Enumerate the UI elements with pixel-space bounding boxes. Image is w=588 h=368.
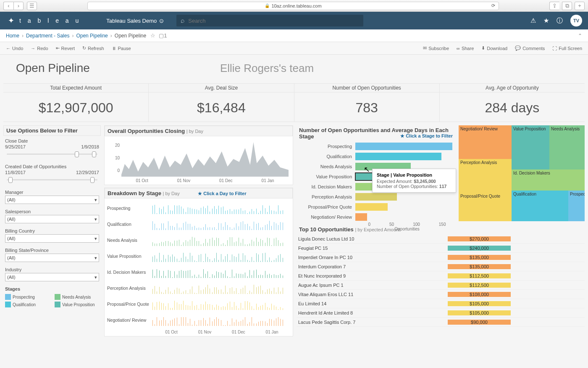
filter-close-date: Close Date 9/25/20171/9/2018 bbox=[3, 136, 101, 161]
url-text: 10az.online.tableau.com bbox=[271, 3, 321, 8]
new-tab-button[interactable]: + bbox=[575, 2, 585, 10]
top10-row[interactable]: Augue Ac Ipsum PC 1$112,500 bbox=[297, 281, 585, 290]
salesperson-dropdown[interactable]: (All)▾ bbox=[5, 215, 99, 223]
views-icon[interactable]: ▢1 bbox=[159, 32, 167, 39]
breakdown-row[interactable]: Qualification bbox=[107, 216, 290, 232]
tooltip: Stage | Value Proposition Expected Amoun… bbox=[372, 169, 456, 193]
fullscreen-button[interactable]: ⛶Full Screen bbox=[552, 45, 582, 51]
subscribe-button[interactable]: ✉Subscribe bbox=[423, 45, 449, 51]
treemap-cell[interactable]: Perception Analysis bbox=[459, 159, 512, 193]
industry-dropdown[interactable]: (All)▾ bbox=[5, 273, 99, 281]
top10-row[interactable]: Ligula Donec Luctus Ltd 10$270,000 bbox=[297, 234, 585, 244]
top10-row[interactable]: Feugiat PC 15$240,000 bbox=[297, 244, 585, 253]
kpi-card[interactable]: Number of Open Opportunities783 bbox=[294, 83, 440, 122]
breadcrumb-home[interactable]: Home bbox=[6, 33, 19, 39]
tabs-button[interactable]: ⧉ bbox=[562, 2, 572, 10]
search-icon: ⌕ bbox=[181, 17, 185, 24]
dashboard-title: Open Pipeline bbox=[16, 61, 90, 75]
treemap-cell[interactable]: Id. Decision Makers bbox=[512, 169, 585, 191]
sidebar-toggle[interactable]: ☰ bbox=[27, 2, 37, 10]
download-button[interactable]: ⬇Download bbox=[481, 45, 507, 51]
stage-bar[interactable]: Prospecting bbox=[297, 141, 455, 151]
stage-bar[interactable]: Negotiation/ Review bbox=[297, 212, 455, 222]
breadcrumb: Home › Department - Sales › Open Pipelin… bbox=[0, 29, 588, 42]
alert-icon[interactable]: ⚠ bbox=[530, 17, 536, 24]
treemap[interactable]: Negotiation/ ReviewPerception AnalysisPr… bbox=[459, 125, 585, 221]
breakdown-row[interactable]: Perception Analysis bbox=[107, 280, 290, 296]
created-date-slider[interactable] bbox=[7, 179, 97, 180]
stage-bar-chart[interactable]: Number of Open Opportunities and Average… bbox=[297, 125, 455, 221]
close-date-slider[interactable] bbox=[7, 154, 97, 155]
tableau-logo-icon: ✦ bbox=[6, 16, 16, 26]
collapse-icon[interactable]: ⌃ bbox=[578, 33, 582, 39]
pause-button[interactable]: ⏸Pause bbox=[112, 46, 131, 51]
billing-country-dropdown[interactable]: (All)▾ bbox=[5, 234, 99, 243]
stage-bar[interactable]: Proposal/Price Quote bbox=[297, 202, 455, 212]
treemap-cell[interactable]: Proposal/Price Quote bbox=[459, 193, 512, 221]
breakdown-row[interactable]: Prospecting bbox=[107, 200, 290, 216]
search-input[interactable] bbox=[188, 18, 359, 24]
legend-item[interactable]: Qualification bbox=[5, 302, 50, 307]
back-button[interactable]: ‹ bbox=[3, 2, 13, 10]
breakdown-row[interactable]: Proposal/Price Quote bbox=[107, 296, 290, 312]
manager-dropdown[interactable]: (All)▾ bbox=[5, 196, 99, 204]
comments-button[interactable]: 💬Comments bbox=[515, 45, 545, 51]
top10-table: Top 10 Opportunities | by Expected Amoun… bbox=[297, 225, 585, 327]
filter-created-date: Created Date of Opportunities 11/8/20171… bbox=[3, 161, 101, 187]
favorite-icon[interactable]: ★ bbox=[543, 17, 549, 24]
area-chart[interactable]: Overall Opportunities Closing | by Day 2… bbox=[104, 125, 293, 185]
star-icon[interactable]: ☆ bbox=[150, 32, 155, 39]
forward-button[interactable]: › bbox=[13, 2, 24, 10]
breakdown-row[interactable]: Id. Decision Makers bbox=[107, 264, 290, 280]
site-switcher[interactable]: Tableau Sales Demo ⊙ bbox=[106, 18, 164, 24]
url-bar[interactable]: 🔒 10az.online.tableau.com ⟳ bbox=[87, 2, 499, 10]
revert-button[interactable]: ⇤Revert bbox=[56, 45, 75, 51]
breadcrumb-project[interactable]: Open Pipeline bbox=[76, 33, 108, 39]
share-browser-button[interactable]: ⇪ bbox=[549, 2, 559, 10]
breadcrumb-dept[interactable]: Department - Sales bbox=[26, 33, 69, 39]
kpi-card[interactable]: Avg. Age of Opportunity284 days bbox=[440, 83, 585, 122]
top10-row[interactable]: Lacus Pede Sagittis Corp. 7$90,000 bbox=[297, 318, 585, 327]
top10-row[interactable]: Vitae Aliquam Eros LLC 11$108,000 bbox=[297, 290, 585, 299]
tableau-logo-text: t a b l e a u bbox=[19, 17, 81, 24]
refresh-button[interactable]: ↻Refresh bbox=[82, 45, 104, 51]
redo-button[interactable]: →Redo bbox=[31, 46, 48, 51]
dashboard-subtitle: Ellie Rogers's team bbox=[220, 62, 314, 75]
breakdown-row[interactable]: Value Proposition bbox=[107, 248, 290, 264]
user-avatar[interactable]: TV bbox=[570, 15, 582, 26]
chevron-down-icon: ⊙ bbox=[159, 18, 164, 24]
browser-chrome: ‹ › ☰ 🔒 10az.online.tableau.com ⟳ ⇪ ⧉ + bbox=[0, 0, 588, 12]
tableau-logo[interactable]: ✦ t a b l e a u bbox=[6, 16, 81, 26]
app-header: ✦ t a b l e a u Tableau Sales Demo ⊙ ⌕ ⚠… bbox=[0, 12, 588, 29]
undo-button[interactable]: ←Undo bbox=[6, 46, 23, 51]
kpi-row: Total Expected Amount$12,907,000Avg. Dea… bbox=[3, 83, 585, 122]
treemap-cell[interactable]: Qualification bbox=[512, 191, 568, 221]
stage-bar[interactable]: Qualification bbox=[297, 151, 455, 161]
info-icon[interactable]: ⓘ bbox=[556, 17, 563, 25]
reload-icon[interactable]: ⟳ bbox=[491, 3, 495, 8]
top10-row[interactable]: Eu Limited 14$105,000 bbox=[297, 299, 585, 308]
top10-row[interactable]: Imperdiet Ornare In PC 10$135,000 bbox=[297, 253, 585, 262]
billing-state-dropdown[interactable]: (All)▾ bbox=[5, 254, 99, 262]
treemap-cell[interactable]: Negotiation/ Review bbox=[459, 125, 512, 159]
dashboard: Open Pipeline Ellie Rogers's team Total … bbox=[0, 55, 588, 336]
breakdown-row[interactable]: Needs Analysis bbox=[107, 232, 290, 248]
kpi-card[interactable]: Avg. Deal Size$16,484 bbox=[149, 83, 294, 122]
breakdown-chart[interactable]: Breakdown by Stage | by Day ★ Click a Da… bbox=[104, 188, 293, 336]
top10-row[interactable]: Hendrerit Id Ante Limited 8$105,000 bbox=[297, 308, 585, 318]
legend-item[interactable]: Needs Analysis bbox=[55, 294, 99, 300]
lock-icon: 🔒 bbox=[265, 3, 270, 8]
top10-row[interactable]: Interdum Corporation 7$135,000 bbox=[297, 262, 585, 271]
stage-bar[interactable]: Perception Analysis bbox=[297, 192, 455, 202]
breakdown-row[interactable]: Negotiation/ Review bbox=[107, 312, 290, 328]
treemap-cell[interactable]: Prospecting bbox=[568, 191, 585, 221]
top10-row[interactable]: Et Nunc Incorporated 9$112,500 bbox=[297, 271, 585, 281]
search-box[interactable]: ⌕ bbox=[176, 15, 363, 26]
treemap-cell[interactable]: Needs Analysis bbox=[549, 125, 585, 169]
kpi-card[interactable]: Total Expected Amount$12,907,000 bbox=[3, 83, 149, 122]
legend-item[interactable]: Value Proposition bbox=[55, 302, 99, 307]
breadcrumb-current: Open Pipeline bbox=[115, 33, 146, 39]
treemap-cell[interactable]: Value Proposition bbox=[512, 125, 549, 169]
legend-item[interactable]: Prospecting bbox=[5, 294, 50, 300]
share-button[interactable]: ∞Share bbox=[457, 45, 474, 51]
